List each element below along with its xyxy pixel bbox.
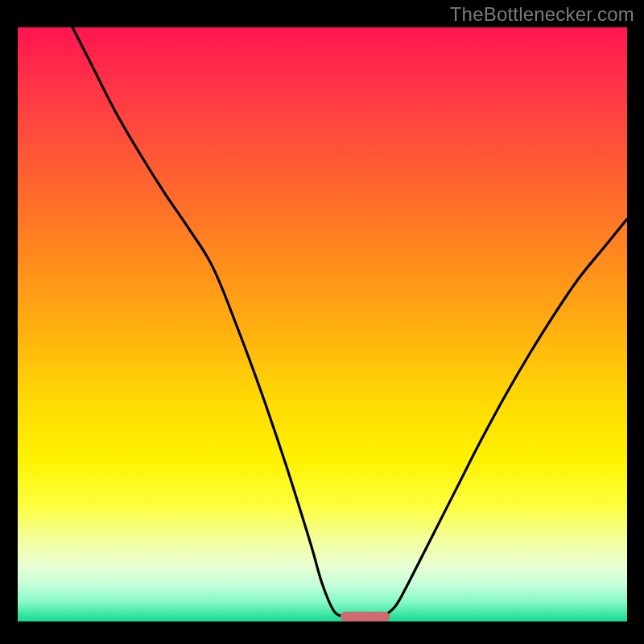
chart-canvas: TheBottlenecker.com [0,0,644,644]
plot-area [18,27,627,626]
watermark-text: TheBottlenecker.com [450,3,634,26]
curve-right-branch [383,219,627,617]
bottleneck-curve [18,27,627,626]
sweet-spot-marker [341,612,390,621]
curve-left-branch [72,27,347,617]
